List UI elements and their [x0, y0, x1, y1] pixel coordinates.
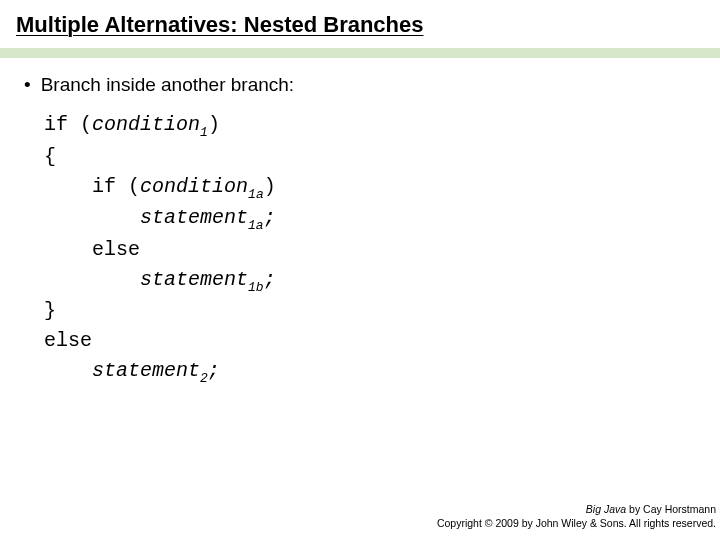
slide-title: Multiple Alternatives: Nested Branches: [0, 0, 720, 46]
content-area: • Branch inside another branch: if (cond…: [0, 58, 720, 388]
code-line-4: statement1a;: [44, 203, 696, 235]
code-line-9: statement2;: [44, 356, 696, 388]
byline: by Cay Horstmann: [626, 503, 716, 515]
code-block: if (condition1) { if (condition1a) state…: [24, 110, 696, 388]
footer-line-2: Copyright © 2009 by John Wiley & Sons. A…: [437, 516, 716, 530]
divider-bar: [0, 48, 720, 58]
code-line-6: statement1b;: [44, 265, 696, 297]
code-line-5: else: [44, 235, 696, 265]
bullet-dot-icon: •: [24, 74, 31, 96]
bullet-text: Branch inside another branch:: [41, 74, 295, 96]
book-title: Big Java: [586, 503, 626, 515]
code-line-8: else: [44, 326, 696, 356]
code-line-3: if (condition1a): [44, 172, 696, 204]
footer: Big Java by Cay Horstmann Copyright © 20…: [437, 502, 716, 530]
code-line-2: {: [44, 142, 696, 172]
code-line-7: }: [44, 296, 696, 326]
footer-line-1: Big Java by Cay Horstmann: [437, 502, 716, 516]
code-line-1: if (condition1): [44, 110, 696, 142]
bullet-item: • Branch inside another branch:: [24, 74, 696, 96]
